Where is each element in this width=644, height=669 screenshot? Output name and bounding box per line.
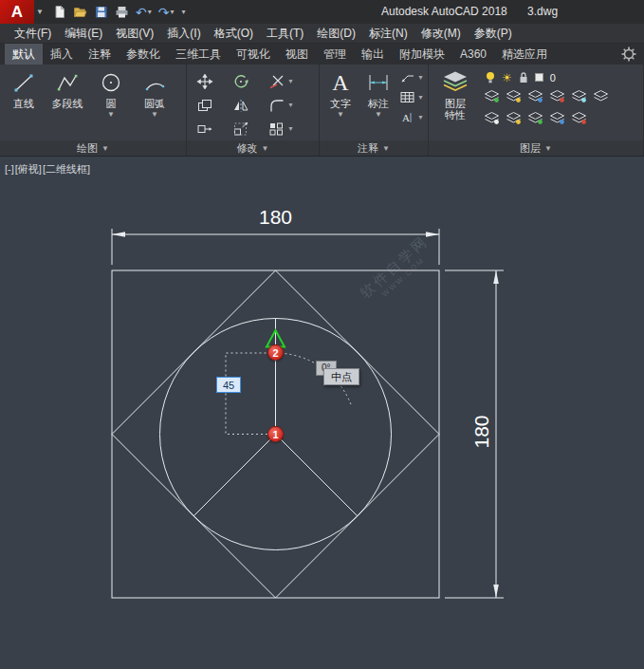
dynamic-input-field[interactable]: 45: [216, 377, 241, 393]
array-caret-icon[interactable]: ▼: [287, 125, 294, 132]
tab-manage[interactable]: 管理: [316, 44, 354, 65]
open-folder-icon: [73, 5, 87, 19]
fillet-button[interactable]: ▼: [268, 93, 304, 117]
viewport-visual-style-control[interactable]: [二维线框]: [43, 163, 90, 175]
tool-text[interactable]: A 文字 ▼: [322, 67, 359, 120]
app-logo[interactable]: A: [0, 0, 34, 24]
sun-icon[interactable]: ☀: [502, 71, 512, 84]
layer-tool-button[interactable]: [484, 111, 500, 129]
scale-button[interactable]: [232, 117, 268, 140]
tab-addins[interactable]: 附加模块: [392, 44, 452, 65]
tab-parametric[interactable]: 参数化: [119, 44, 168, 65]
undo-caret-icon[interactable]: ▾: [148, 8, 152, 16]
tool-dimension[interactable]: 标注 ▼: [359, 67, 397, 120]
trim-caret-icon[interactable]: ▼: [287, 78, 294, 84]
rotate-button[interactable]: [232, 69, 268, 93]
tab-insert[interactable]: 插入: [43, 44, 81, 65]
panel-footer-draw[interactable]: 绘图▼: [0, 140, 186, 156]
menu-modify[interactable]: 修改(M): [414, 24, 468, 43]
arc-flyout-caret-icon[interactable]: ▼: [151, 110, 158, 120]
bulb-icon[interactable]: [484, 70, 497, 84]
menu-file[interactable]: 文件(F): [8, 24, 58, 43]
app-menu-caret-icon[interactable]: ▼: [36, 8, 44, 16]
lock-icon[interactable]: [517, 70, 530, 84]
redo-button[interactable]: ↷▾: [158, 3, 175, 22]
menu-parametric[interactable]: 参数(P): [468, 24, 519, 43]
circle-flyout-caret-icon[interactable]: ▼: [107, 110, 115, 120]
print-button[interactable]: [115, 3, 129, 22]
dimension-flyout-caret-icon[interactable]: ▼: [375, 110, 382, 120]
layer-tool-button[interactable]: [506, 111, 522, 129]
tab-3dtools[interactable]: 三维工具: [168, 44, 229, 65]
table-caret-icon[interactable]: ▼: [417, 94, 424, 101]
table-button[interactable]: ▼: [399, 89, 424, 105]
mirror-button[interactable]: [232, 93, 268, 117]
menu-dimension[interactable]: 标注(N): [362, 24, 414, 43]
array-button[interactable]: ▼: [268, 117, 304, 140]
tab-home[interactable]: 默认: [5, 44, 43, 65]
text-style-caret-icon[interactable]: ▼: [417, 114, 424, 121]
layer-tool-button[interactable]: [527, 111, 543, 129]
tab-output[interactable]: 输出: [354, 44, 392, 65]
leader-button[interactable]: ▼: [399, 69, 424, 85]
layer-tool-button[interactable]: [571, 89, 587, 107]
tab-visualize[interactable]: 可视化: [229, 44, 278, 65]
stretch-icon: [196, 121, 213, 137]
open-file-button[interactable]: [73, 3, 87, 22]
layer-tool-button[interactable]: [549, 111, 565, 129]
menu-tools[interactable]: 工具(T): [260, 24, 310, 43]
tab-view[interactable]: 视图: [278, 44, 316, 65]
leader-caret-icon[interactable]: ▼: [417, 74, 424, 81]
layer-dropdown[interactable]: ☀ 0: [484, 69, 609, 85]
panel-annotate: A 文字 ▼ 标注 ▼ ▼ ▼ A▼ 注释▼: [320, 65, 429, 156]
panel-modify-title: 修改: [237, 141, 258, 156]
text-style-button[interactable]: A▼: [399, 109, 424, 125]
undo-button[interactable]: ↶▾: [136, 3, 152, 22]
text-flyout-caret-icon[interactable]: ▼: [337, 110, 344, 120]
layer-tool-button[interactable]: [571, 111, 587, 129]
panel-footer-annotate[interactable]: 注释▼: [320, 140, 428, 156]
fillet-caret-icon[interactable]: ▼: [287, 102, 294, 108]
panel-draw: 直线 多段线 圆 ▼ 圆弧 ▼ 绘图▼: [0, 65, 187, 156]
tool-text-label: 文字: [330, 98, 351, 110]
layer-tool-button[interactable]: [593, 89, 609, 107]
tool-line[interactable]: 直线: [2, 67, 46, 110]
document-title: 3.dwg: [527, 5, 558, 18]
layer-tool-button[interactable]: [506, 89, 522, 107]
svg-text:A: A: [402, 112, 410, 123]
panel-layers-title: 图层: [520, 141, 541, 156]
tool-arc[interactable]: 圆弧 ▼: [133, 67, 176, 120]
layer-color-swatch[interactable]: [535, 73, 543, 82]
model-space-canvas[interactable]: [-][俯视][二维线框] 软件自学网 WWW.COM 180 180 1 2 …: [0, 157, 644, 669]
tool-polyline[interactable]: 多段线: [46, 67, 89, 110]
layer-properties-button[interactable]: 图层特性: [431, 67, 480, 121]
gear-icon[interactable]: [621, 46, 636, 62]
menu-insert[interactable]: 插入(I): [160, 24, 207, 43]
tab-featured-apps[interactable]: 精选应用: [494, 44, 555, 65]
menu-draw[interactable]: 绘图(D): [310, 24, 362, 43]
trim-button[interactable]: ▼: [268, 69, 304, 93]
tab-annotate[interactable]: 注释: [81, 44, 119, 65]
tab-a360[interactable]: A360: [452, 44, 494, 65]
tool-circle[interactable]: 圆 ▼: [89, 67, 133, 120]
qat-overflow-caret-icon[interactable]: ▾: [181, 8, 185, 16]
panel-footer-layers[interactable]: 图层▼: [429, 140, 643, 156]
layer-tool-button[interactable]: [484, 89, 500, 107]
stretch-button[interactable]: [196, 117, 232, 140]
panel-footer-modify[interactable]: 修改▼: [187, 140, 319, 156]
layer-freeze-icon: [506, 89, 522, 103]
menu-format[interactable]: 格式(O): [208, 24, 260, 43]
viewport-menu-control[interactable]: [-]: [5, 163, 14, 175]
menu-view[interactable]: 视图(V): [109, 24, 160, 43]
layer-tool-button[interactable]: [549, 89, 565, 107]
layer-tool-button[interactable]: [527, 89, 543, 107]
menu-edit[interactable]: 编辑(E): [58, 24, 109, 43]
new-file-button[interactable]: [52, 3, 66, 22]
layer-isolate-icon: [571, 89, 587, 103]
copy-button[interactable]: [196, 93, 232, 117]
save-button[interactable]: [94, 3, 108, 22]
layer-properties-label: 图层特性: [443, 98, 468, 121]
viewport-view-control[interactable]: [俯视]: [15, 163, 42, 175]
redo-caret-icon[interactable]: ▾: [170, 8, 174, 16]
move-button[interactable]: [196, 69, 232, 93]
